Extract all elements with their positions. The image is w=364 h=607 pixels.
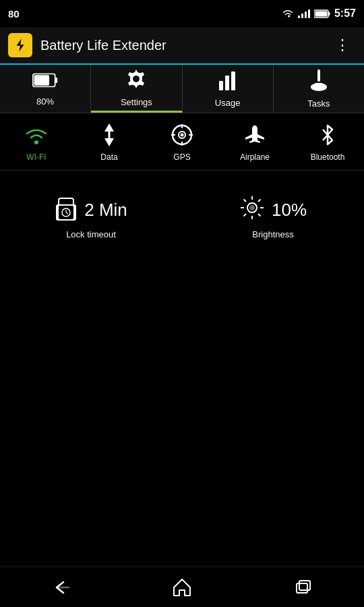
- tabs-bar: 80% Settings Usage: [0, 65, 364, 113]
- toggle-bluetooth[interactable]: Bluetooth: [291, 121, 364, 162]
- svg-rect-6: [34, 75, 49, 86]
- tab-settings-label: Settings: [121, 97, 152, 107]
- signal-bar-3: [305, 11, 307, 18]
- svg-point-25: [181, 134, 184, 137]
- tab-settings[interactable]: Settings: [91, 65, 182, 113]
- usage-tab-icon: [217, 70, 239, 95]
- airplane-toggle-icon: [243, 121, 267, 148]
- svg-rect-2: [315, 11, 327, 16]
- wifi-status-icon: [282, 9, 294, 18]
- data-toggle-label: Data: [100, 152, 117, 162]
- back-button[interactable]: [50, 577, 71, 598]
- gear-icon-svg: [125, 68, 147, 90]
- tab-battery-label: 80%: [36, 96, 54, 107]
- nav-bar: [0, 567, 364, 607]
- tab-usage[interactable]: Usage: [183, 65, 274, 113]
- settings-tab-icon: [125, 68, 147, 94]
- barchart-icon-svg: [217, 70, 239, 90]
- signal-bars: [298, 9, 310, 18]
- svg-point-15: [34, 140, 38, 144]
- lock-timeout-icon: [55, 195, 78, 225]
- svg-rect-5: [55, 77, 57, 83]
- broom-icon-svg: [309, 69, 329, 91]
- svg-marker-17: [104, 138, 114, 146]
- tab-battery[interactable]: 80%: [0, 65, 91, 113]
- svg-rect-10: [225, 76, 229, 90]
- svg-line-42: [243, 214, 246, 216]
- tasks-tab-icon: [309, 69, 329, 96]
- recents-button[interactable]: [293, 577, 314, 598]
- battery-icon-svg: [32, 71, 58, 89]
- svg-rect-11: [231, 71, 235, 90]
- home-button[interactable]: [171, 577, 193, 598]
- toggle-data[interactable]: Data: [73, 121, 146, 162]
- tab-tasks[interactable]: Tasks: [274, 65, 364, 113]
- signal-bar-1: [298, 16, 300, 18]
- brightness-label: Brightness: [252, 229, 293, 239]
- svg-line-39: [243, 200, 246, 202]
- battery-tab-icon: [32, 71, 58, 94]
- tab-usage-label: Usage: [215, 98, 241, 108]
- setting-brightness[interactable]: 10% Brightness: [182, 181, 364, 248]
- tab-tasks-label: Tasks: [307, 98, 330, 109]
- svg-rect-44: [299, 581, 310, 590]
- app-title: Battery Life Extender: [40, 38, 330, 53]
- airplane-toggle-label: Airplane: [240, 152, 270, 162]
- app-icon: [8, 33, 32, 57]
- status-right: 5:57: [282, 7, 356, 20]
- bluetooth-toggle-label: Bluetooth: [311, 152, 345, 162]
- gps-toggle-icon: [170, 121, 194, 148]
- svg-point-34: [249, 205, 255, 210]
- clock-time: 5:57: [334, 7, 356, 20]
- svg-line-41: [258, 200, 261, 202]
- svg-line-40: [258, 214, 261, 216]
- status-bar: 80 5:57: [0, 0, 364, 27]
- data-toggle-icon: [99, 121, 119, 148]
- brightness-value: 10%: [272, 200, 307, 221]
- wifi-toggle-icon: [24, 121, 49, 148]
- lock-timeout-value: 2 Min: [84, 200, 127, 221]
- lock-timeout-label: Lock timeout: [66, 229, 116, 239]
- signal-bar-4: [308, 9, 310, 18]
- svg-rect-14: [315, 83, 323, 88]
- svg-marker-3: [17, 39, 24, 52]
- bolt-icon: [13, 38, 28, 53]
- battery-percent-status: 80: [8, 8, 20, 20]
- setting-lock-timeout[interactable]: 2 Min Lock timeout: [0, 181, 182, 248]
- bluetooth-toggle-icon: [317, 121, 338, 148]
- svg-rect-9: [219, 81, 223, 90]
- lock-timeout-row: 2 Min: [55, 195, 127, 225]
- svg-rect-1: [328, 12, 330, 16]
- overflow-menu-button[interactable]: ⋮: [330, 34, 356, 57]
- settings-grid: 2 Min Lock timeout: [0, 171, 364, 258]
- svg-rect-43: [297, 583, 307, 593]
- brightness-row: 10%: [239, 195, 307, 225]
- quick-toggles-row: WI-FI Data GPS: [0, 113, 364, 171]
- toggle-wifi[interactable]: WI-FI: [0, 121, 73, 162]
- brightness-icon: [239, 195, 265, 225]
- app-header: Battery Life Extender ⋮: [0, 27, 364, 65]
- toggle-gps[interactable]: GPS: [146, 121, 218, 162]
- gps-toggle-label: GPS: [173, 152, 190, 162]
- battery-status-icon: [314, 9, 330, 18]
- signal-bar-2: [301, 13, 303, 18]
- svg-rect-12: [317, 69, 320, 82]
- svg-marker-16: [104, 123, 114, 132]
- wifi-toggle-label: WI-FI: [26, 152, 46, 162]
- toggle-airplane[interactable]: Airplane: [218, 121, 291, 162]
- svg-point-8: [133, 76, 140, 82]
